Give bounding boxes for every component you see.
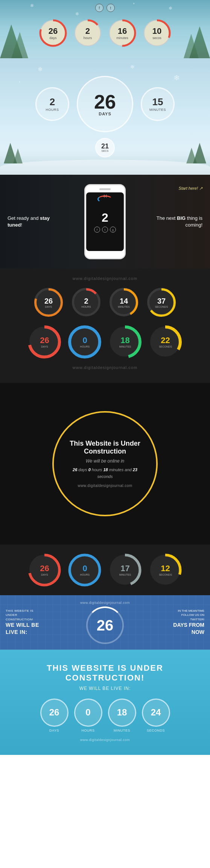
s4-days-value: 26: [44, 297, 53, 305]
snow-counters-row: 2 HOURS 26 DAYS 15 MINUTES: [0, 76, 210, 132]
s4-hours-label: Hours: [81, 305, 91, 308]
s4r2-hours-value: 0: [82, 336, 87, 345]
section4-row1: 26 Days 2 Hours 14 M: [33, 286, 178, 318]
s6-hours-value: 0: [82, 564, 87, 573]
minutes-circle-wrap: 16 minutes: [107, 18, 137, 48]
snow-flake1: ❄: [38, 66, 43, 73]
s4-minutes-value: 14: [120, 297, 128, 305]
section3-street: Get ready and stay tuned! 44 2 f t g The…: [0, 175, 210, 269]
snow-ground: [0, 160, 210, 175]
days-circle-wrap: 26 days: [38, 18, 68, 48]
facebook-icon[interactable]: f: [95, 4, 103, 12]
minutes-value: 16: [118, 26, 127, 36]
section4-domain: www.digitaldesignjournal.com: [73, 276, 137, 281]
snowflake: ❄: [75, 11, 79, 17]
sec7-days-label: DAYS FROM NOW: [170, 622, 204, 636]
phone-mockup: 44 2 f t g: [84, 184, 126, 259]
phone-tw-icon: t: [102, 227, 108, 233]
s4r2-seconds-wrap: 22 SECONDS: [148, 324, 183, 360]
section4-row2: 26 DAYS 0 HOURS 18 MINUTES: [27, 324, 183, 360]
section2-snow: ❄ ❄ * ❄ * 2 HOURS 26 DAYS 15 MINUTES 21: [0, 58, 210, 175]
snow-tree4: [186, 148, 197, 163]
s6-seconds-label: SECONDS: [159, 573, 172, 576]
sec8-hours-value: 0: [85, 708, 90, 717]
s6-hours-label: HOURS: [80, 573, 90, 576]
section1-counters: 26 days 2 hours: [38, 18, 172, 48]
snow-days-ring: 26 DAYS: [77, 76, 133, 132]
snowflake: ❄: [30, 3, 34, 8]
s4-hours-inner: 2 Hours: [81, 297, 91, 308]
snow-days: 26 DAYS: [77, 76, 133, 132]
sec7-left-text: THIS WEBSITE IS UNDER CONSTRUCTION! WE W…: [6, 609, 40, 636]
s4-seconds-wrap: 37 Seconds: [146, 286, 178, 318]
hours-counter: 2 hours: [73, 18, 103, 48]
sec7-domain: www.digitaldesignjournal.com: [80, 601, 130, 605]
sec8-minutes-value: 18: [117, 708, 127, 717]
snow-days-label: DAYS: [99, 112, 111, 116]
hours-value: 2: [85, 26, 90, 36]
s4r2-seconds-value: 22: [161, 336, 170, 345]
s4-minutes-label: Minutes: [118, 305, 130, 308]
seconds-value: 10: [152, 26, 161, 36]
sec8-seconds-label: SECONDS: [147, 729, 165, 732]
s6-days-value: 26: [40, 564, 49, 573]
phone-arc-decoration: [97, 195, 113, 203]
section4-domain2: www.digitaldesignjournal.com: [73, 365, 137, 370]
s4-days-inner: 26 Days: [44, 297, 53, 308]
snow-minutes: 15 MINUTES: [141, 87, 175, 121]
seconds-counter: 10 secos: [142, 18, 172, 48]
s4-seconds-label: Seconds: [155, 305, 168, 308]
sec8-days-ring: 26: [40, 699, 68, 727]
sec8-subtitle: WE WILL BE LIVE IN:: [79, 686, 131, 691]
snow-secs-label: SECS: [101, 150, 108, 152]
sec8-hours-label: HOURS: [81, 729, 94, 732]
sec7-twitter-label: IN THE MEANTIME FOLLOW US ON TWITTER!: [170, 609, 204, 622]
snow-minutes-value: 15: [152, 96, 163, 108]
snow-days-value: 26: [94, 92, 116, 112]
hours-label: hours: [84, 36, 92, 40]
sec8-minutes-label: MINUTES: [114, 729, 130, 732]
sec8-days-label: DAYS: [49, 729, 59, 732]
sec8-hours: 0 HOURS: [74, 699, 102, 732]
sec8-minutes: 18 MINUTES: [108, 699, 136, 732]
s6-seconds-inner: 12 SECONDS: [159, 564, 172, 576]
section6-circles: 26 DAYS 0 HOURS 17 MINUTES 12: [0, 544, 210, 595]
construction-title: This Website is Under Construction: [65, 440, 145, 455]
seconds-label: secos: [152, 36, 161, 40]
sec8-circles-row: 26 DAYS 0 HOURS 18 MINUTES 24 SECONDS: [40, 699, 170, 732]
s6-minutes-inner: 17 MINUTES: [119, 564, 131, 576]
s6-seconds-value: 12: [161, 564, 170, 573]
s4r2-seconds-inner: 22 SECONDS: [159, 336, 172, 348]
s6-days-inner: 26 DAYS: [40, 564, 49, 576]
sec8-hours-ring: 0: [74, 699, 102, 727]
section7-blue-grid: THIS WEBSITE IS UNDER CONSTRUCTION! WE W…: [0, 595, 210, 650]
phone-gp-icon: g: [110, 227, 116, 233]
days-label: days: [49, 36, 56, 40]
construction-domain: www.digitaldesignjournal.com: [78, 484, 132, 488]
s4-minutes-wrap: 14 Minutes: [108, 286, 140, 318]
s4r2-minutes-label: MINUTES: [119, 345, 131, 348]
sec8-seconds-ring: 24: [142, 699, 170, 727]
phone-screen: 44 2 f t g: [86, 192, 124, 251]
street-left-text: Get ready and stay tuned!: [8, 215, 56, 228]
s6-days-wrap: 26 DAYS: [27, 552, 62, 588]
snow-hours-ring: 2 HOURS: [35, 87, 69, 121]
start-here-label: Start here! ↗: [179, 186, 202, 191]
sec8-domain: www.digitaldesignjournal.com: [80, 738, 130, 742]
section4-dark-circles: www.digitaldesignjournal.com 26 Days 2: [0, 269, 210, 383]
sec8-seconds: 24 SECONDS: [142, 699, 170, 732]
snow-minutes-ring: 15 MINUTES: [141, 87, 175, 121]
s4r2-minutes-inner: 18 MINUTES: [119, 336, 131, 348]
section1-winter: ❄ ❄ * ❄ f t 26 days: [0, 0, 210, 58]
s4r2-hours-inner: 0 HOURS: [80, 336, 90, 348]
minutes-inner: 16 minutes: [116, 26, 128, 40]
s4-seconds-value: 37: [157, 297, 166, 305]
construction-countdown: 26 days 0 hours 18 minutes and 23 second…: [65, 467, 145, 480]
s4r2-days-value: 26: [40, 336, 49, 345]
s4-hours-wrap: 2 Hours: [70, 286, 102, 318]
snow-hours-value: 2: [50, 96, 55, 108]
s6-days-label: DAYS: [41, 573, 48, 576]
twitter-icon[interactable]: t: [107, 4, 115, 12]
sec7-construction-label: THIS WEBSITE IS UNDER CONSTRUCTION!: [6, 609, 40, 622]
snow-secs-badge: 21 SECS: [95, 138, 115, 157]
